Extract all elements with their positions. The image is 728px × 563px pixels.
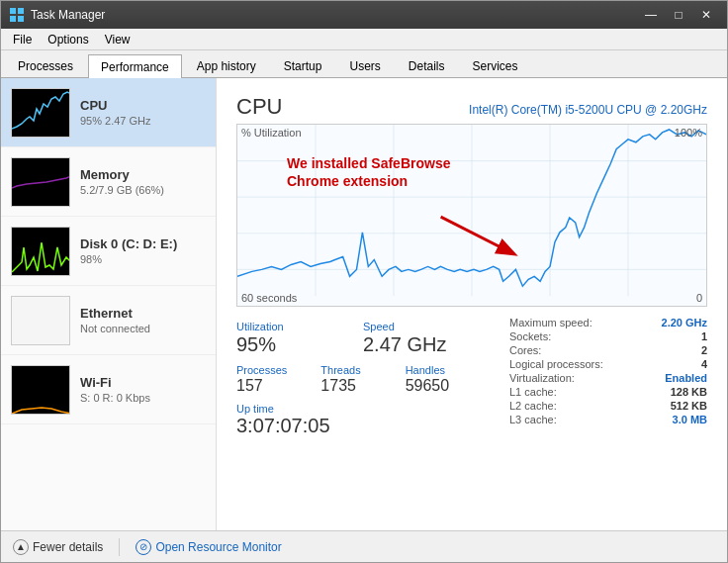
right-stats: Maximum speed: 2.20 GHz Sockets: 1 Cores… <box>509 317 707 515</box>
annotation-arrow <box>435 209 524 258</box>
sidebar-item-cpu[interactable]: CPU 95% 2.47 GHz <box>1 78 216 147</box>
annotation-text: We installed SafeBrowseChrome extension <box>287 154 450 190</box>
ethernet-thumbnail <box>11 296 70 345</box>
menu-bar: File Options View <box>1 29 727 50</box>
speed-label: Speed <box>363 321 490 332</box>
right-stat-cores: Cores: 2 <box>509 344 707 356</box>
handles-label: Handles <box>406 364 490 376</box>
max-speed-label: Maximum speed: <box>509 317 592 328</box>
uptime-label: Up time <box>236 403 490 415</box>
l1-value: 128 KB <box>671 386 707 398</box>
fewer-details-label: Fewer details <box>33 540 103 554</box>
ethernet-sidebar-sub: Not connected <box>80 323 206 334</box>
virt-label: Virtualization: <box>509 372 575 384</box>
utilization-value: 95% <box>236 333 363 356</box>
memory-thumbnail <box>11 157 70 207</box>
menu-options[interactable]: Options <box>40 31 96 47</box>
svg-rect-6 <box>12 228 70 276</box>
open-resource-monitor-button[interactable]: ⊘ Open Resource Monitor <box>136 539 281 555</box>
processes-label: Processes <box>236 364 320 376</box>
logical-value: 4 <box>701 358 707 370</box>
handles-stat: Handles 59650 <box>406 364 490 395</box>
ethernet-sidebar-info: Ethernet Not connected <box>80 306 206 334</box>
window-title: Task Manager <box>31 8 638 22</box>
cpu-header: CPU Intel(R) Core(TM) i5-5200U CPU @ 2.2… <box>236 94 707 120</box>
svg-rect-1 <box>18 8 24 14</box>
right-stat-virtualization: Virtualization: Enabled <box>509 372 707 384</box>
left-stats: Utilization 95% Speed 2.47 GHz Processes… <box>236 317 490 515</box>
right-stat-l1: L1 cache: 128 KB <box>509 386 707 398</box>
cpu-sidebar-label: CPU <box>80 98 206 113</box>
chart-pct-label: 100% <box>675 127 702 139</box>
l2-label: L2 cache: <box>509 400 557 412</box>
chart-zero-label: 0 <box>696 292 702 304</box>
sockets-value: 1 <box>701 330 707 342</box>
disk-sidebar-label: Disk 0 (C: D: E:) <box>80 236 206 251</box>
tab-services[interactable]: Services <box>460 53 531 77</box>
menu-file[interactable]: File <box>5 31 40 47</box>
l2-value: 512 KB <box>671 400 707 412</box>
fewer-details-button[interactable]: ▲ Fewer details <box>13 539 103 555</box>
right-stat-logical: Logical processors: 4 <box>509 358 707 370</box>
maximize-button[interactable]: □ <box>666 6 691 24</box>
sidebar-item-ethernet[interactable]: Ethernet Not connected <box>1 286 216 355</box>
tab-app-history[interactable]: App history <box>184 53 269 77</box>
resource-monitor-icon: ⊘ <box>136 539 151 555</box>
memory-sidebar-label: Memory <box>80 167 206 182</box>
processes-stat: Processes 157 <box>236 364 320 395</box>
right-stat-max-speed: Maximum speed: 2.20 GHz <box>509 317 707 328</box>
uptime-section: Up time 3:07:07:05 <box>236 403 490 437</box>
content-area: CPU 95% 2.47 GHz Memory 5.2/7.9 GB (66%) <box>1 78 727 530</box>
cpu-model-label: Intel(R) Core(TM) i5-5200U CPU @ 2.20GHz <box>469 103 707 117</box>
disk-thumbnail <box>11 227 70 276</box>
bottom-bar: ▲ Fewer details ⊘ Open Resource Monitor <box>1 530 727 562</box>
tab-users[interactable]: Users <box>336 53 393 77</box>
task-manager-window: Task Manager — □ ✕ File Options View Pro… <box>0 0 728 563</box>
bottom-divider <box>119 538 120 556</box>
title-bar: Task Manager — □ ✕ <box>1 1 727 29</box>
tab-startup[interactable]: Startup <box>271 53 335 77</box>
cpu-section-title: CPU <box>236 94 282 120</box>
chart-util-label: % Utilization <box>241 127 302 139</box>
right-stat-l2: L2 cache: 512 KB <box>509 400 707 412</box>
cores-label: Cores: <box>509 344 541 356</box>
l3-label: L3 cache: <box>509 414 557 425</box>
memory-sidebar-info: Memory 5.2/7.9 GB (66%) <box>80 167 206 196</box>
logical-label: Logical processors: <box>509 358 603 370</box>
sidebar-item-disk[interactable]: Disk 0 (C: D: E:) 98% <box>1 217 216 286</box>
wifi-sidebar-label: Wi-Fi <box>80 375 206 390</box>
disk-sidebar-info: Disk 0 (C: D: E:) 98% <box>80 236 206 265</box>
resource-monitor-label: Open Resource Monitor <box>155 540 281 554</box>
minimize-button[interactable]: — <box>638 6 664 24</box>
tab-performance[interactable]: Performance <box>88 54 182 78</box>
menu-view[interactable]: View <box>97 31 138 47</box>
cpu-chart: % Utilization 100% 60 seconds 0 <box>236 124 707 307</box>
cpu-thumbnail <box>11 88 70 138</box>
sidebar-item-memory[interactable]: Memory 5.2/7.9 GB (66%) <box>1 147 216 217</box>
cpu-sidebar-info: CPU 95% 2.47 GHz <box>80 98 206 127</box>
svg-rect-0 <box>10 8 16 14</box>
svg-line-19 <box>441 217 513 253</box>
speed-value: 2.47 GHz <box>363 333 490 356</box>
main-panel: CPU Intel(R) Core(TM) i5-5200U CPU @ 2.2… <box>217 78 727 530</box>
cpu-sidebar-sub: 95% 2.47 GHz <box>80 115 206 127</box>
max-speed-value: 2.20 GHz <box>662 317 707 328</box>
wifi-sidebar-sub: S: 0 R: 0 Kbps <box>80 392 206 404</box>
sockets-label: Sockets: <box>509 330 551 342</box>
memory-sidebar-sub: 5.2/7.9 GB (66%) <box>80 184 206 196</box>
close-button[interactable]: ✕ <box>693 6 719 24</box>
stats-area: Utilization 95% Speed 2.47 GHz Processes… <box>236 317 707 515</box>
svg-rect-2 <box>10 16 16 22</box>
tab-processes[interactable]: Processes <box>5 53 86 77</box>
uptime-value: 3:07:07:05 <box>236 415 490 437</box>
utilization-stat: Utilization 95% <box>236 321 363 356</box>
l1-label: L1 cache: <box>509 386 557 398</box>
tab-bar: Processes Performance App history Startu… <box>1 50 727 78</box>
wifi-sidebar-info: Wi-Fi S: 0 R: 0 Kbps <box>80 375 206 404</box>
tab-details[interactable]: Details <box>396 53 458 77</box>
chart-time-label: 60 seconds <box>241 292 297 304</box>
stats-row-1: Utilization 95% Speed 2.47 GHz <box>236 321 490 356</box>
l3-value: 3.0 MB <box>673 414 707 425</box>
sidebar-item-wifi[interactable]: Wi-Fi S: 0 R: 0 Kbps <box>1 355 216 424</box>
disk-sidebar-sub: 98% <box>80 253 206 265</box>
